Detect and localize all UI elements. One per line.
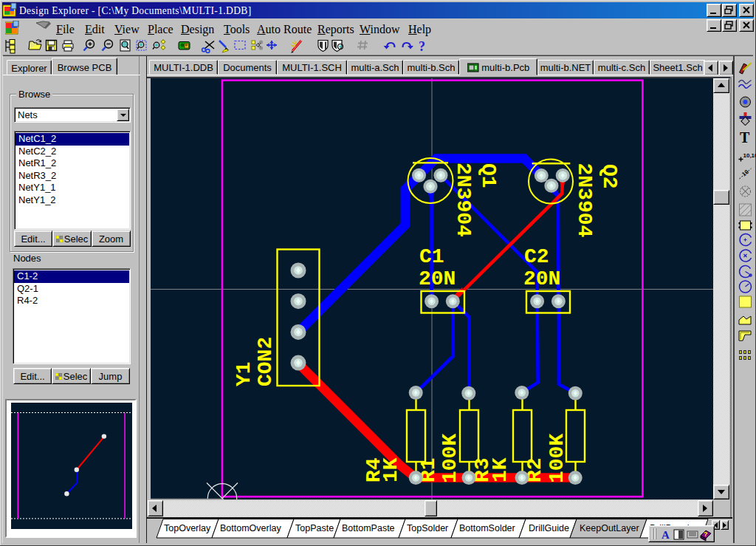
svg-text:BottomSolder: BottomSolder <box>459 523 515 533</box>
svg-text:2N3904: 2N3904 <box>573 163 596 238</box>
svg-text:Q1: Q1 <box>477 163 500 188</box>
svg-text:TopSolder: TopSolder <box>407 523 448 533</box>
svg-text:1K: 1K <box>379 457 402 482</box>
svg-text:Q2: Q2 <box>598 164 621 189</box>
svg-text:1K: 1K <box>489 457 512 482</box>
svg-text:?: ? <box>419 39 425 54</box>
svg-text:TopPaste: TopPaste <box>295 523 334 533</box>
svg-text:C2: C2 <box>524 245 549 268</box>
svg-text:TopOverlay: TopOverlay <box>164 523 211 533</box>
svg-text:DrillGuide: DrillGuide <box>529 523 569 533</box>
svg-text:100K: 100K <box>546 434 568 483</box>
svg-text:BottomOverlay: BottomOverlay <box>220 523 281 533</box>
svg-text:CON2: CON2 <box>254 337 277 386</box>
svg-text:20N: 20N <box>523 267 560 290</box>
svg-text:20N: 20N <box>419 267 456 290</box>
svg-text:T: T <box>740 129 750 146</box>
svg-text:BottomPaste: BottomPaste <box>342 523 395 533</box>
svg-text:Y1: Y1 <box>233 361 255 386</box>
svg-text:2N3904: 2N3904 <box>452 163 475 237</box>
svg-text:A: A <box>662 529 670 541</box>
svg-text:?: ? <box>704 530 708 538</box>
svg-text:KeepOutLayer: KeepOutLayer <box>580 523 639 533</box>
svg-text:10,10: 10,10 <box>743 152 756 159</box>
svg-text:C1: C1 <box>419 245 444 268</box>
svg-text:100K: 100K <box>439 434 461 483</box>
